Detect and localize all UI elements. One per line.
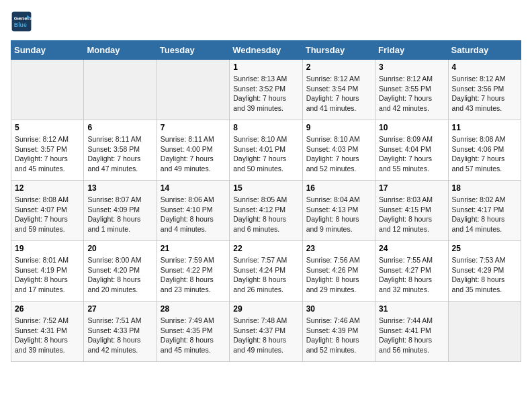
weekday-header-thursday: Thursday bbox=[302, 41, 375, 60]
weekday-header-friday: Friday bbox=[375, 41, 448, 60]
weekday-header-monday: Monday bbox=[84, 41, 157, 60]
day-number: 20 bbox=[87, 244, 152, 253]
day-number: 15 bbox=[233, 183, 298, 193]
cell-info: Sunrise: 7:56 AM bbox=[306, 255, 371, 265]
day-number: 7 bbox=[161, 123, 226, 132]
cell-info: Sunrise: 8:03 AM bbox=[379, 195, 444, 205]
cell-info: Daylight: 7 hours and 45 minutes. bbox=[15, 154, 80, 173]
cell-info: Sunrise: 8:12 AM bbox=[15, 134, 80, 144]
cell-info: Daylight: 8 hours and 45 minutes. bbox=[161, 335, 226, 355]
cell-info: Sunrise: 8:04 AM bbox=[306, 195, 371, 205]
day-number: 22 bbox=[233, 244, 298, 253]
cell-info: Daylight: 7 hours and 39 minutes. bbox=[233, 93, 298, 113]
calendar-cell: 8Sunrise: 8:10 AMSunset: 4:01 PMDaylight… bbox=[230, 120, 302, 181]
calendar-cell bbox=[157, 60, 229, 120]
day-number: 16 bbox=[306, 183, 371, 193]
cell-info: Sunrise: 8:11 AM bbox=[87, 134, 152, 144]
day-number: 28 bbox=[161, 304, 226, 314]
cell-info: Sunset: 4:09 PM bbox=[87, 205, 152, 215]
cell-info: Daylight: 7 hours and 47 minutes. bbox=[87, 154, 152, 173]
cell-info: Sunrise: 8:01 AM bbox=[15, 255, 80, 265]
calendar-cell: 17Sunrise: 8:03 AMSunset: 4:15 PMDayligh… bbox=[375, 181, 448, 241]
day-number: 29 bbox=[233, 304, 298, 314]
weekday-header-saturday: Saturday bbox=[448, 41, 521, 60]
cell-info: Daylight: 8 hours and 9 minutes. bbox=[306, 214, 371, 234]
cell-info: Sunset: 4:12 PM bbox=[233, 205, 298, 215]
calendar-cell: 2Sunrise: 8:12 AMSunset: 3:54 PMDaylight… bbox=[302, 60, 375, 120]
cell-info: Sunset: 4:13 PM bbox=[306, 205, 371, 215]
calendar-cell: 23Sunrise: 7:56 AMSunset: 4:26 PMDayligh… bbox=[302, 241, 375, 302]
cell-info: Sunset: 3:56 PM bbox=[452, 84, 517, 94]
cell-info: Daylight: 8 hours and 52 minutes. bbox=[306, 335, 371, 355]
cell-info: Sunrise: 7:49 AM bbox=[161, 316, 226, 326]
cell-info: Sunset: 4:03 PM bbox=[306, 144, 371, 154]
calendar-cell: 6Sunrise: 8:11 AMSunset: 3:58 PMDaylight… bbox=[84, 120, 157, 181]
calendar-cell: 4Sunrise: 8:12 AMSunset: 3:56 PMDaylight… bbox=[448, 60, 521, 120]
cell-info: Sunrise: 8:05 AM bbox=[233, 195, 298, 205]
calendar-cell: 12Sunrise: 8:08 AMSunset: 4:07 PMDayligh… bbox=[11, 181, 84, 241]
cell-info: Sunset: 4:15 PM bbox=[379, 205, 444, 215]
cell-info: Daylight: 8 hours and 35 minutes. bbox=[452, 275, 517, 294]
calendar-cell: 21Sunrise: 7:59 AMSunset: 4:22 PMDayligh… bbox=[157, 241, 229, 302]
cell-info: Daylight: 7 hours and 50 minutes. bbox=[233, 154, 298, 173]
cell-info: Sunset: 4:19 PM bbox=[15, 265, 80, 275]
cell-info: Daylight: 8 hours and 32 minutes. bbox=[379, 275, 444, 294]
calendar-cell: 18Sunrise: 8:02 AMSunset: 4:17 PMDayligh… bbox=[448, 181, 521, 241]
day-number: 13 bbox=[87, 183, 152, 193]
day-number: 26 bbox=[15, 304, 80, 314]
day-number: 12 bbox=[15, 183, 80, 193]
day-number: 2 bbox=[306, 62, 371, 72]
calendar-cell bbox=[448, 302, 521, 362]
cell-info: Sunrise: 7:52 AM bbox=[15, 316, 80, 326]
calendar-cell: 3Sunrise: 8:12 AMSunset: 3:55 PMDaylight… bbox=[375, 60, 448, 120]
calendar-cell bbox=[84, 60, 157, 120]
cell-info: Daylight: 7 hours and 43 minutes. bbox=[452, 93, 517, 113]
cell-info: Sunset: 3:58 PM bbox=[87, 144, 152, 154]
week-row-2: 5Sunrise: 8:12 AMSunset: 3:57 PMDaylight… bbox=[11, 120, 521, 181]
day-number: 24 bbox=[379, 244, 444, 253]
cell-info: Sunset: 3:57 PM bbox=[15, 144, 80, 154]
cell-info: Sunrise: 8:11 AM bbox=[161, 134, 226, 144]
svg-text:Blue: Blue bbox=[14, 21, 27, 28]
cell-info: Sunrise: 8:08 AM bbox=[15, 195, 80, 205]
cell-info: Sunrise: 8:00 AM bbox=[87, 255, 152, 265]
cell-info: Sunset: 4:33 PM bbox=[87, 326, 152, 336]
week-row-4: 19Sunrise: 8:01 AMSunset: 4:19 PMDayligh… bbox=[11, 241, 521, 302]
cell-info: Sunset: 4:26 PM bbox=[306, 265, 371, 275]
cell-info: Sunset: 4:17 PM bbox=[452, 205, 517, 215]
day-number: 1 bbox=[233, 62, 298, 72]
week-row-3: 12Sunrise: 8:08 AMSunset: 4:07 PMDayligh… bbox=[11, 181, 521, 241]
calendar-cell: 1Sunrise: 8:13 AMSunset: 3:52 PMDaylight… bbox=[230, 60, 302, 120]
cell-info: Sunrise: 7:44 AM bbox=[379, 316, 444, 326]
weekday-header-sunday: Sunday bbox=[11, 41, 84, 60]
calendar-cell: 5Sunrise: 8:12 AMSunset: 3:57 PMDaylight… bbox=[11, 120, 84, 181]
cell-info: Sunrise: 8:12 AM bbox=[379, 74, 444, 84]
cell-info: Sunset: 4:29 PM bbox=[452, 265, 517, 275]
cell-info: Sunrise: 7:53 AM bbox=[452, 255, 517, 265]
cell-info: Sunset: 4:06 PM bbox=[452, 144, 517, 154]
calendar-cell: 15Sunrise: 8:05 AMSunset: 4:12 PMDayligh… bbox=[230, 181, 302, 241]
day-number: 10 bbox=[379, 123, 444, 132]
calendar-cell: 10Sunrise: 8:09 AMSunset: 4:04 PMDayligh… bbox=[375, 120, 448, 181]
calendar-cell: 13Sunrise: 8:07 AMSunset: 4:09 PMDayligh… bbox=[84, 181, 157, 241]
day-number: 8 bbox=[233, 123, 298, 132]
calendar-cell: 22Sunrise: 7:57 AMSunset: 4:24 PMDayligh… bbox=[230, 241, 302, 302]
calendar-cell: 9Sunrise: 8:10 AMSunset: 4:03 PMDaylight… bbox=[302, 120, 375, 181]
cell-info: Daylight: 8 hours and 29 minutes. bbox=[306, 275, 371, 294]
cell-info: Sunset: 4:20 PM bbox=[87, 265, 152, 275]
page-header: General Blue bbox=[11, 11, 521, 32]
cell-info: Daylight: 8 hours and 20 minutes. bbox=[87, 275, 152, 294]
calendar-cell: 29Sunrise: 7:48 AMSunset: 4:37 PMDayligh… bbox=[230, 302, 302, 362]
cell-info: Sunset: 4:37 PM bbox=[233, 326, 298, 336]
days-of-week-row: SundayMondayTuesdayWednesdayThursdayFrid… bbox=[11, 41, 521, 60]
cell-info: Daylight: 7 hours and 57 minutes. bbox=[452, 154, 517, 173]
cell-info: Sunrise: 7:57 AM bbox=[233, 255, 298, 265]
cell-info: Sunset: 4:01 PM bbox=[233, 144, 298, 154]
cell-info: Sunset: 4:39 PM bbox=[306, 326, 371, 336]
cell-info: Daylight: 8 hours and 23 minutes. bbox=[161, 275, 226, 294]
cell-info: Sunrise: 7:51 AM bbox=[87, 316, 152, 326]
cell-info: Sunset: 4:24 PM bbox=[233, 265, 298, 275]
day-number: 23 bbox=[306, 244, 371, 253]
cell-info: Sunset: 4:41 PM bbox=[379, 326, 444, 336]
day-number: 17 bbox=[379, 183, 444, 193]
